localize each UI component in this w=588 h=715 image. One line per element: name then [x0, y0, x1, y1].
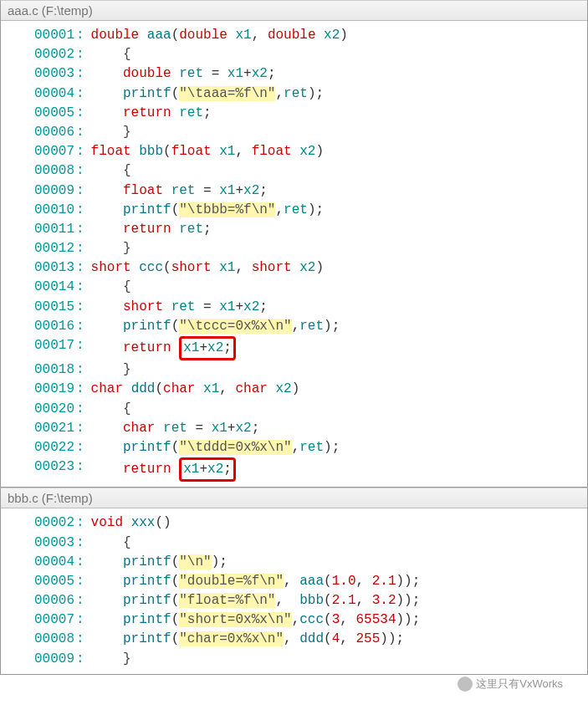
code-token: (: [155, 381, 163, 396]
code-token: (: [171, 202, 180, 217]
code-token: "short=0x%x\n": [179, 612, 291, 627]
code-content: printf("char=0x%x\n", ddd(4, 255));: [91, 630, 587, 649]
file-header[interactable]: aaa.c (F:\temp): [1, 1, 587, 21]
code-token: (: [163, 144, 171, 159]
code-line[interactable]: 00008: {: [1, 161, 587, 181]
code-line[interactable]: 00004: printf("\taaa=%f\n",ret);: [1, 84, 587, 104]
code-token: x2: [235, 421, 251, 436]
code-content: double aaa(double x1, double x2): [91, 26, 587, 45]
code-token: ,: [275, 202, 284, 217]
code-line[interactable]: 00016: printf("\tccc=0x%x\n",ret);: [1, 317, 587, 336]
code-line[interactable]: 00010: printf("\tbbb=%f\n",ret);: [1, 201, 587, 220]
line-colon: :: [76, 650, 91, 669]
code-token: float: [91, 144, 140, 159]
code-line[interactable]: 00018: }: [1, 360, 587, 380]
code-content: {: [91, 400, 587, 419]
code-line[interactable]: 00001:double aaa(double x1, double x2): [1, 26, 587, 45]
line-colon: :: [76, 400, 91, 419]
code-token: (: [171, 319, 180, 334]
code-content: printf("\tddd=0x%x\n",ret);: [91, 438, 587, 457]
line-number: 00014: [1, 278, 76, 297]
code-line[interactable]: 00023: return x1+x2;: [1, 457, 587, 482]
code-line[interactable]: 00002: {: [1, 45, 587, 64]
code-token: (: [324, 574, 332, 589]
line-colon: :: [76, 317, 91, 336]
code-area[interactable]: 00001:double aaa(double x1, double x2)00…: [1, 21, 587, 487]
code-line[interactable]: 00007:float bbb(float x1, float x2): [1, 142, 587, 161]
code-content: {: [91, 45, 587, 64]
code-line[interactable]: 00019:char ddd(char x1, char x2): [1, 380, 587, 399]
code-token: (: [171, 593, 180, 608]
code-token: x2: [207, 462, 223, 477]
code-token: printf: [123, 440, 171, 455]
code-token: ,: [275, 86, 284, 101]
code-line[interactable]: 00009: float ret = x1+x2;: [1, 181, 587, 201]
line-colon: :: [76, 591, 91, 610]
code-token: x2: [243, 183, 259, 198]
line-colon: :: [76, 142, 91, 161]
line-number: 00004: [1, 84, 76, 104]
code-line[interactable]: 00003: double ret = x1+x2;: [1, 64, 587, 84]
code-line[interactable]: 00004: printf("\n");: [1, 553, 587, 572]
code-token: +: [243, 66, 252, 81]
line-number: 00017: [1, 336, 76, 355]
line-number: 00013: [1, 258, 76, 278]
code-line[interactable]: 00011: return ret;: [1, 220, 587, 239]
code-content: }: [91, 239, 587, 258]
code-token: );: [308, 202, 324, 217]
code-content: printf("short=0x%x\n",ccc(3, 65534));: [91, 610, 587, 630]
code-token: printf: [123, 202, 171, 217]
code-area[interactable]: 00002:void xxx()00003: {00004: printf("\…: [1, 508, 587, 674]
line-number: 00011: [1, 220, 76, 239]
code-token: return: [123, 105, 179, 120]
code-token: x2: [252, 66, 268, 81]
code-token: (: [324, 631, 332, 646]
code-token: bbb: [299, 593, 324, 608]
code-token: ,: [252, 28, 268, 43]
code-line[interactable]: 00017: return x1+x2;: [1, 336, 587, 360]
code-token: x1: [212, 421, 228, 436]
code-token: ,: [356, 593, 372, 608]
code-token: ,: [292, 319, 300, 334]
code-line[interactable]: 00003: {: [1, 534, 587, 553]
code-token: "char=0x%x\n": [179, 631, 284, 646]
code-token: );: [324, 319, 340, 334]
line-number: 00008: [1, 161, 76, 181]
code-token: {: [123, 163, 131, 178]
code-line[interactable]: 00006: }: [1, 123, 587, 142]
line-colon: :: [76, 513, 91, 533]
code-line[interactable]: 00008: printf("char=0x%x\n", ddd(4, 255)…: [1, 630, 587, 649]
code-line[interactable]: 00021: char ret = x1+x2;: [1, 419, 587, 438]
code-token: 2.1: [372, 574, 396, 589]
line-colon: :: [76, 298, 91, 317]
code-token: ret: [179, 105, 203, 120]
line-number: 00020: [1, 400, 76, 419]
code-token: ;: [259, 183, 268, 198]
code-token: return: [123, 462, 179, 477]
line-number: 00019: [1, 380, 76, 399]
code-line[interactable]: 00002:void xxx(): [1, 513, 587, 533]
code-token: printf: [123, 554, 171, 569]
code-line[interactable]: 00007: printf("short=0x%x\n",ccc(3, 6553…: [1, 610, 587, 630]
code-token: ddd: [299, 631, 324, 646]
code-line[interactable]: 00005: printf("double=%f\n", aaa(1.0, 2.…: [1, 572, 587, 591]
code-token: ): [315, 260, 324, 275]
line-number: 00007: [1, 142, 76, 161]
line-colon: :: [76, 201, 91, 220]
code-line[interactable]: 00022: printf("\tddd=0x%x\n",ret);: [1, 438, 587, 457]
code-line[interactable]: 00020: {: [1, 400, 587, 419]
code-line[interactable]: 00014: {: [1, 278, 587, 297]
line-number: 00004: [1, 553, 76, 572]
line-colon: :: [76, 553, 91, 572]
code-line[interactable]: 00013:short ccc(short x1, short x2): [1, 258, 587, 278]
code-line[interactable]: 00009: }: [1, 650, 587, 669]
code-content: printf("\taaa=%f\n",ret);: [91, 84, 587, 104]
file-header[interactable]: bbb.c (F:\temp): [1, 488, 587, 508]
code-line[interactable]: 00012: }: [1, 239, 587, 258]
code-line[interactable]: 00006: printf("float=%f\n", bbb(2.1, 3.2…: [1, 591, 587, 610]
code-token: ));: [396, 612, 421, 627]
code-content: void xxx(): [91, 513, 587, 533]
code-line[interactable]: 00015: short ret = x1+x2;: [1, 298, 587, 317]
code-token: +: [199, 340, 207, 355]
code-line[interactable]: 00005: return ret;: [1, 104, 587, 123]
